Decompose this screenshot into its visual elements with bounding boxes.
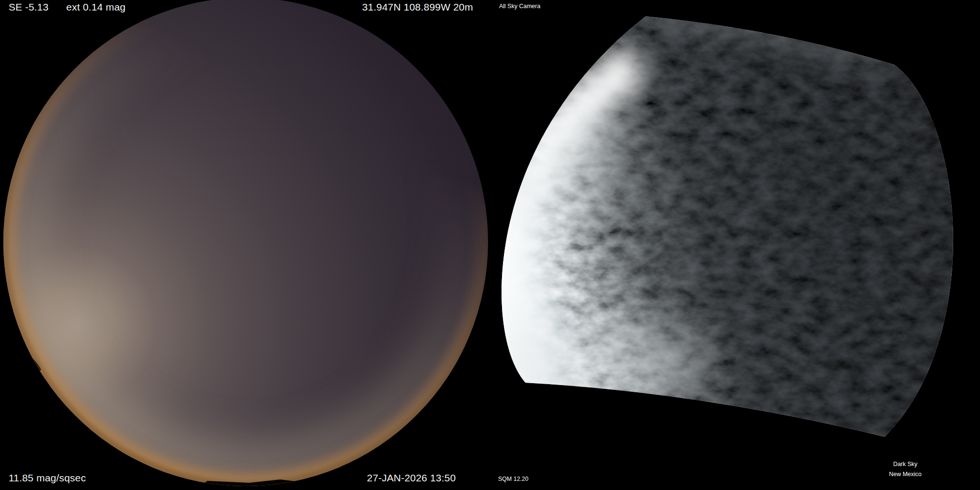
visible-sky-fisheye-image [3,0,488,490]
site-name-line2: New Mexico [874,469,936,479]
extinction-value: ext 0.14 mag [66,1,125,13]
sun-elevation-value: SE -5.13 [9,1,48,13]
allsky-graphics [0,0,980,490]
sun-status-line: SE -5.13 ext 0.14 mag [9,1,125,13]
ir-mid-wisp [479,175,680,208]
site-name: Dark Sky New Mexico [874,459,936,479]
sqm-reading: SQM 12.20 [498,476,528,483]
camera-title: All Sky Camera [499,3,540,10]
timestamp: 27-JAN-2026 13:50 [367,472,456,484]
sky-brightness-value: 11.85 mag/sqsec [9,472,86,484]
ir-cloud-sensor-image [479,16,953,437]
allsky-camera-screen: SE -5.13 ext 0.14 mag 31.947N 108.899W 2… [0,0,980,490]
site-name-line1: Dark Sky [874,459,936,469]
site-coordinates: 31.947N 108.899W 20m [362,1,473,13]
ir-bottom-glow [489,321,709,407]
